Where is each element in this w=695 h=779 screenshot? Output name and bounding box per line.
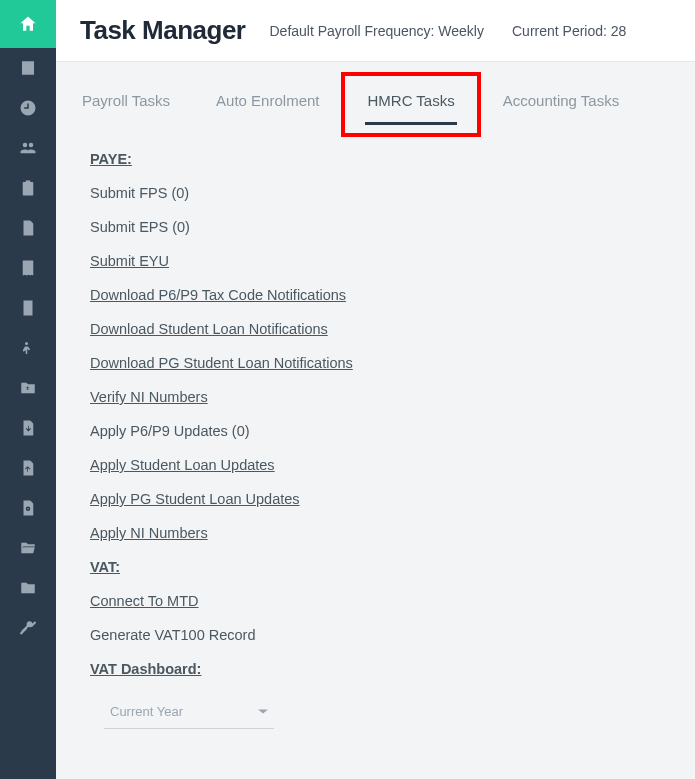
task-submit-eyu[interactable]: Submit EYU <box>90 253 169 269</box>
document-icon <box>19 219 37 237</box>
sidebar-item-file-download[interactable] <box>0 408 56 448</box>
clock-icon <box>19 99 37 117</box>
tab-accounting-tasks[interactable]: Accounting Tasks <box>501 86 621 125</box>
sidebar-item-file-settings[interactable] <box>0 488 56 528</box>
sidebar-item-folder-open[interactable] <box>0 528 56 568</box>
tab-auto-enrolment[interactable]: Auto Enrolment <box>214 86 321 125</box>
folder-money-icon <box>19 379 37 397</box>
task-paye-heading: PAYE: <box>90 151 132 167</box>
sidebar-item-home[interactable] <box>0 0 56 48</box>
content: Payroll Tasks Auto Enrolment HMRC Tasks … <box>56 62 695 779</box>
tab-payroll-tasks[interactable]: Payroll Tasks <box>80 86 172 125</box>
topbar: Task Manager Default Payroll Frequency: … <box>56 0 695 62</box>
file-download-icon <box>19 419 37 437</box>
task-apply-p6p9[interactable]: Apply P6/P9 Updates (0) <box>90 423 250 439</box>
task-verify-ni[interactable]: Verify NI Numbers <box>90 389 208 405</box>
page-title: Task Manager <box>80 15 245 46</box>
tabs: Payroll Tasks Auto Enrolment HMRC Tasks … <box>80 86 671 125</box>
clipboard-icon <box>19 179 37 197</box>
task-connect-mtd[interactable]: Connect To MTD <box>90 593 199 609</box>
person-leave-icon <box>19 339 37 357</box>
chevron-down-icon <box>258 710 268 714</box>
year-select-value: Current Year <box>110 704 183 719</box>
task-list: PAYE: Submit FPS (0) Submit EPS (0) Subm… <box>80 151 671 729</box>
sidebar-item-folder-money[interactable] <box>0 368 56 408</box>
frequency-label: Default Payroll Frequency: Weekly <box>269 23 484 39</box>
users-icon <box>19 139 37 157</box>
main: Task Manager Default Payroll Frequency: … <box>56 0 695 779</box>
sidebar <box>0 0 56 779</box>
task-submit-fps[interactable]: Submit FPS (0) <box>90 185 189 201</box>
folder-icon <box>19 579 37 597</box>
period-label: Current Period: 28 <box>512 23 626 39</box>
task-submit-eps[interactable]: Submit EPS (0) <box>90 219 190 235</box>
folder-open-icon <box>19 539 37 557</box>
sidebar-item-clipboard[interactable] <box>0 168 56 208</box>
sidebar-item-users[interactable] <box>0 128 56 168</box>
sidebar-item-tools[interactable] <box>0 608 56 648</box>
tab-hmrc-tasks[interactable]: HMRC Tasks <box>365 86 456 125</box>
sidebar-item-building[interactable] <box>0 48 56 88</box>
sidebar-item-document[interactable] <box>0 208 56 248</box>
file-upload-icon <box>19 459 37 477</box>
task-generate-vat100[interactable]: Generate VAT100 Record <box>90 627 256 643</box>
task-apply-ni[interactable]: Apply NI Numbers <box>90 525 208 541</box>
page-icon <box>19 299 37 317</box>
task-apply-student-loan[interactable]: Apply Student Loan Updates <box>90 457 275 473</box>
file-settings-icon <box>19 499 37 517</box>
year-select[interactable]: Current Year <box>104 699 274 729</box>
task-apply-pg-student-loan[interactable]: Apply PG Student Loan Updates <box>90 491 300 507</box>
sidebar-item-receipt[interactable] <box>0 248 56 288</box>
sidebar-item-file-upload[interactable] <box>0 448 56 488</box>
task-vat-dashboard-heading: VAT Dashboard: <box>90 661 201 677</box>
tools-icon <box>19 619 37 637</box>
task-download-student-loan[interactable]: Download Student Loan Notifications <box>90 321 328 337</box>
task-download-p6p9[interactable]: Download P6/P9 Tax Code Notifications <box>90 287 346 303</box>
sidebar-item-page[interactable] <box>0 288 56 328</box>
task-download-pg-student-loan[interactable]: Download PG Student Loan Notifications <box>90 355 353 371</box>
sidebar-item-clock[interactable] <box>0 88 56 128</box>
tab-highlight-box: HMRC Tasks <box>341 72 480 137</box>
home-icon <box>18 14 38 34</box>
task-vat-heading: VAT: <box>90 559 120 575</box>
sidebar-item-person-leave[interactable] <box>0 328 56 368</box>
building-icon <box>19 59 37 77</box>
receipt-icon <box>19 259 37 277</box>
sidebar-item-folder[interactable] <box>0 568 56 608</box>
